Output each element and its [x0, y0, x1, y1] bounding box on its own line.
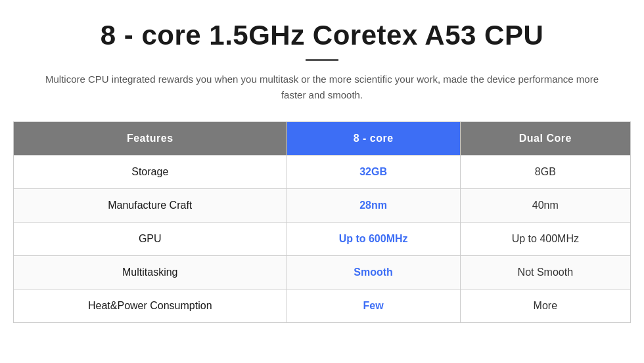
cell-octa-value: Few	[287, 289, 460, 323]
cell-feature: Manufacture Craft	[14, 189, 287, 223]
table-row: Storage32GB8GB	[14, 156, 631, 189]
table-row: MultitaskingSmoothNot Smooth	[14, 256, 631, 289]
cell-dual-value: 40nm	[460, 189, 630, 223]
cell-dual-value: Not Smooth	[460, 256, 630, 289]
cell-dual-value: 8GB	[460, 156, 630, 189]
cell-feature: Multitasking	[14, 256, 287, 289]
cell-octa-value: 28nm	[287, 189, 460, 223]
page-title: 8 - core 1.5GHz Coretex A53 CPU	[101, 20, 544, 51]
table-header-row: Features 8 - core Dual Core	[14, 122, 631, 156]
cell-feature: Heat&Power Consumption	[14, 289, 287, 323]
cell-dual-value: Up to 400MHz	[460, 223, 630, 256]
comparison-table: Features 8 - core Dual Core Storage32GB8…	[13, 121, 631, 323]
col-header-features: Features	[14, 122, 287, 156]
table-row: GPUUp to 600MHzUp to 400MHz	[14, 223, 631, 256]
title-divider	[306, 59, 338, 61]
col-header-octa: 8 - core	[287, 122, 460, 156]
table-row: Heat&Power ConsumptionFewMore	[14, 289, 631, 323]
cell-octa-value: 32GB	[287, 156, 460, 189]
cell-dual-value: More	[460, 289, 630, 323]
cell-feature: Storage	[14, 156, 287, 189]
col-header-dual: Dual Core	[460, 122, 630, 156]
cell-octa-value: Up to 600MHz	[287, 223, 460, 256]
cell-feature: GPU	[14, 223, 287, 256]
page-subtitle: Multicore CPU integrated rewards you whe…	[39, 72, 605, 103]
table-row: Manufacture Craft28nm40nm	[14, 189, 631, 223]
cell-octa-value: Smooth	[287, 256, 460, 289]
